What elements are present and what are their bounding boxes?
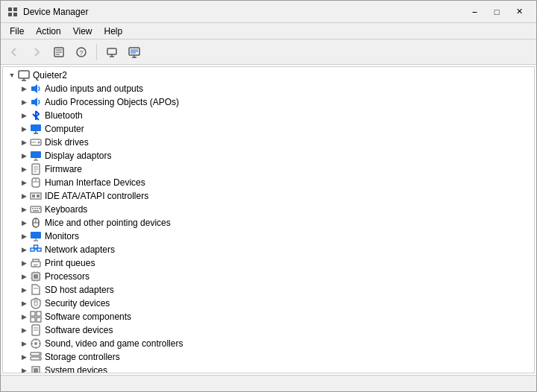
display-expand-icon[interactable]: ▶ — [18, 150, 30, 162]
disk-label: Disk drives — [45, 137, 89, 148]
keyboard-icon — [30, 203, 42, 215]
monitors-expand-icon[interactable]: ▶ — [18, 230, 30, 242]
display-label: Display adaptors — [45, 151, 111, 161]
tree-item-hid[interactable]: ▶ Human Interface Devices — [3, 176, 534, 189]
ide-expand-icon[interactable]: ▶ — [18, 190, 30, 202]
tree-item-audio[interactable]: ▶ Audio inputs and outputs — [3, 82, 534, 95]
menu-view[interactable]: View — [67, 25, 98, 38]
tree-item-disk[interactable]: ▶ Disk drives — [3, 136, 534, 149]
root-expand-icon[interactable]: ▼ — [6, 69, 18, 81]
print-expand-icon[interactable]: ▶ — [18, 257, 30, 269]
svg-point-86 — [31, 343, 33, 344]
tree-root[interactable]: ▼ Quieter2 — [3, 69, 534, 82]
tree-item-monitors[interactable]: ▶ Monitors — [3, 230, 534, 243]
svg-rect-0 — [8, 7, 12, 11]
toolbar-separator — [96, 44, 97, 60]
sw-components-label: Software components — [45, 312, 131, 322]
svg-rect-43 — [31, 206, 41, 212]
apo-expand-icon[interactable]: ▶ — [18, 96, 30, 108]
tree-item-mice[interactable]: ▶ Mice and other pointing devices — [3, 216, 534, 230]
monitors-label: Monitors — [45, 231, 79, 241]
tree-item-network[interactable]: ▶ Network adapters — [3, 243, 534, 256]
processors-expand-icon[interactable]: ▶ — [18, 271, 30, 282]
device-manager-window: Device Manager ‒ □ ✕ File Action View He… — [0, 0, 537, 392]
security-label: Security devices — [45, 298, 110, 309]
svg-rect-45 — [34, 208, 36, 209]
tree-item-bluetooth[interactable]: ▶ Bluetooth — [3, 109, 534, 122]
svg-point-90 — [39, 353, 40, 355]
computer-label: Computer — [45, 124, 84, 134]
tree-item-security[interactable]: ▶ Security devices — [3, 297, 534, 310]
svg-point-28 — [38, 142, 40, 144]
menu-action[interactable]: Action — [30, 25, 66, 38]
svg-rect-41 — [32, 195, 35, 197]
computer-expand-icon[interactable]: ▶ — [18, 123, 30, 135]
svg-rect-19 — [19, 71, 29, 78]
network-expand-icon[interactable]: ▶ — [18, 244, 30, 256]
monitor-button[interactable] — [124, 42, 145, 62]
close-button[interactable]: ✕ — [508, 4, 530, 19]
tree-item-sound[interactable]: ▶ Sound, video and game controllers — [3, 337, 534, 350]
monitors-icon — [30, 230, 42, 242]
print-icon — [30, 257, 42, 269]
minimize-button[interactable]: ‒ — [463, 4, 486, 19]
svg-rect-2 — [8, 13, 12, 16]
ide-label: IDE ATA/ATAPI controllers — [45, 191, 148, 201]
audio-expand-icon[interactable]: ▶ — [18, 83, 30, 95]
window-controls: ‒ □ ✕ — [463, 4, 530, 19]
hid-icon — [30, 177, 42, 189]
hid-expand-icon[interactable]: ▶ — [18, 177, 30, 189]
tree-item-firmware[interactable]: ▶ Firmware — [3, 162, 534, 176]
svg-rect-47 — [39, 208, 40, 209]
bluetooth-expand-icon[interactable]: ▶ — [18, 110, 30, 121]
toolbar: ? — [1, 39, 536, 65]
firmware-expand-icon[interactable]: ▶ — [18, 163, 30, 175]
tree-item-processors[interactable]: ▶ Processors — [3, 270, 534, 283]
svg-rect-77 — [31, 317, 35, 322]
tree-item-apo[interactable]: ▶ Audio Processing Objects (APOs) — [3, 95, 534, 109]
storage-expand-icon[interactable]: ▶ — [18, 351, 30, 363]
menu-file[interactable]: File — [4, 25, 30, 38]
tree-view-container[interactable]: ▼ Quieter2 ▶ — [2, 66, 535, 373]
tree-item-keyboard[interactable]: ▶ Keyboards — [3, 203, 534, 216]
svg-rect-1 — [13, 7, 17, 11]
tree-item-sw-components[interactable]: ▶ Software components — [3, 310, 534, 323]
svg-marker-22 — [31, 84, 37, 93]
sw-devices-expand-icon[interactable]: ▶ — [18, 324, 30, 336]
computer-tree-icon — [30, 123, 42, 135]
sd-expand-icon[interactable]: ▶ — [18, 284, 30, 296]
disk-icon — [30, 136, 42, 148]
svg-rect-52 — [31, 232, 41, 238]
mice-expand-icon[interactable]: ▶ — [18, 217, 30, 229]
system-expand-icon[interactable]: ▶ — [18, 364, 30, 373]
disk-expand-icon[interactable]: ▶ — [18, 136, 30, 148]
tree-item-sw-devices[interactable]: ▶ Software devices — [3, 323, 534, 337]
maximize-button[interactable]: □ — [486, 4, 508, 19]
svg-rect-3 — [13, 13, 17, 16]
svg-rect-93 — [34, 368, 38, 373]
tree-item-system[interactable]: ▶ System devices — [3, 364, 534, 373]
security-icon — [30, 297, 42, 309]
tree-item-display[interactable]: ▶ Display adaptors — [3, 149, 534, 162]
security-expand-icon[interactable]: ▶ — [18, 297, 30, 309]
properties-small-button[interactable] — [48, 42, 69, 62]
update-driver-button[interactable] — [101, 42, 122, 62]
device-tree: ▼ Quieter2 ▶ — [3, 67, 534, 373]
tree-item-sd[interactable]: ▶ SD host adapters — [3, 283, 534, 297]
menu-help[interactable]: Help — [98, 25, 129, 38]
back-button[interactable] — [4, 42, 25, 62]
help-button[interactable]: ? — [71, 42, 92, 62]
svg-rect-74 — [34, 302, 37, 306]
forward-button[interactable] — [26, 42, 47, 62]
sound-expand-icon[interactable]: ▶ — [18, 338, 30, 350]
title-bar: Device Manager ‒ □ ✕ — [1, 1, 536, 23]
sw-components-expand-icon[interactable]: ▶ — [18, 311, 30, 323]
tree-item-ide[interactable]: ▶ IDE ATA/ATAPI controllers — [3, 189, 534, 203]
tree-item-computer[interactable]: ▶ Computer — [3, 122, 534, 136]
keyboard-expand-icon[interactable]: ▶ — [18, 203, 30, 215]
sound-icon — [30, 338, 42, 350]
tree-item-print[interactable]: ▶ Print queues — [3, 256, 534, 270]
mice-icon — [30, 217, 42, 229]
tree-item-storage[interactable]: ▶ Storage controllers — [3, 350, 534, 364]
sd-label: SD host adapters — [45, 285, 114, 295]
